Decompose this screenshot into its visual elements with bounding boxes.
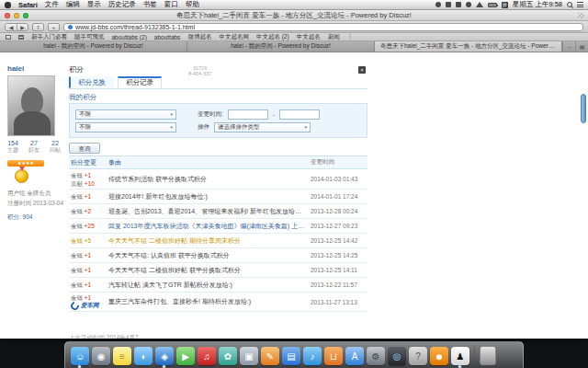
qq-icon[interactable]: ♟ [451,347,469,365]
credit-total: 积分: 904 [7,213,61,222]
change-amount: +10 [85,180,95,187]
username-link[interactable]: halei [7,64,61,73]
chevron-down-icon: ▾ [304,124,307,130]
forward-button[interactable]: ▶ [17,24,28,30]
notification-center-icon[interactable] [577,2,583,7]
bookmarks-overflow-icon[interactable]: ⋮ [347,33,354,40]
time-from-input[interactable] [228,109,268,120]
address-bar[interactable]: www.jd-bbs.com/thread-9132385-1-1.html [63,23,583,31]
table-row: 金钱 +1今天天气不错 二楼值班好帖 获平分换取式积分2013-12-25 14… [69,263,368,278]
back-button[interactable]: ◀ [6,24,17,30]
menu-item-3[interactable]: 显示 [87,0,101,9]
bookmark-item-0[interactable]: 新手入门必看 [31,33,67,41]
operation-value: 请选择操作类型 [218,123,260,132]
credit-tab-1[interactable]: 积分记录 [118,76,162,88]
scrollbar-thumb[interactable] [581,94,586,123]
safari-window: 奇思天下halei_二手闲置 爱车一族 - 地方分区_交流论坛 - Powere… [0,10,588,339]
apple-logo-icon[interactable] [5,2,11,8]
show-all-tabs-button[interactable]: ▤ [575,41,588,52]
keynote-icon[interactable]: ▤ [282,347,300,365]
itunes-icon[interactable]: ♪ [303,347,322,365]
bookmark-item-7[interactable]: 中文起名 [297,33,321,41]
user-level-stars: ★★★★ [7,160,44,167]
photos-icon[interactable]: ▣ [240,347,258,365]
facetime-icon[interactable]: ▶ [176,347,195,365]
ibooks-icon[interactable]: ⊔ [324,347,343,365]
bookmark-item-2[interactable]: abouttabs (2) [112,34,147,40]
finder-icon[interactable]: ☺ [71,347,89,365]
change-value: 金钱 +5 [71,236,104,245]
safari-icon[interactable]: ◈ [155,347,174,365]
notes-icon[interactable]: ≡ [113,347,131,365]
dashboard-icon[interactable]: ◉ [92,347,110,365]
itunes-store-icon[interactable]: ♫ [198,347,216,365]
menu-item-1[interactable]: 文件 [45,0,59,9]
menu-item-0[interactable]: Safari [18,1,38,9]
operation-select[interactable]: 请选择操作类型 ▾ [214,122,311,132]
table-row: 金钱 +1汽车转让帖 满天飞了GTR 新帖积分发放给:)2013-12-22 1… [69,278,368,293]
input-method-icon[interactable]: 拼 [502,2,508,8]
cell-reason[interactable]: 回复 2013年度汽车板块活动《天津美食地图》编(津南区美食篇) 上传发布有奖 … [106,221,309,232]
bookmark-item-4[interactable]: 微博起名 [187,33,211,41]
search-submit-button[interactable]: 查询 [69,143,100,154]
share-button[interactable]: ⇧ [32,23,44,31]
credit-tab-0[interactable]: 积分兑换 [69,76,114,88]
time-machine-icon[interactable] [435,2,441,7]
spotlight-icon[interactable] [567,2,572,7]
menu-item-4[interactable]: 历史记录 [108,0,136,9]
bookmark-item-8[interactable]: 新闻 [328,33,340,41]
bookmark-item-5[interactable]: 中文起名网 [219,33,249,41]
window-titlebar[interactable]: 奇思天下halei_二手闲置 爱车一族 - 地方分区_交流论坛 - Powere… [0,10,588,21]
zoom-window-button[interactable] [23,13,28,18]
brand-logo[interactable]: 爱车网 [71,302,104,310]
menu-item-2[interactable]: 编辑 [66,0,80,9]
display-icon[interactable] [456,2,461,7]
wifi-icon[interactable] [476,2,483,7]
change-value: 金钱 +1 [71,293,104,302]
url-text: www.jd-bbs.com/thread-9132385-1-1.html [75,24,195,30]
ad-text: 31726 8-404-337 [188,65,211,76]
user-avatar[interactable] [7,75,55,136]
pages-icon[interactable]: ✎ [261,347,279,365]
window-resize-grip[interactable] [578,13,584,18]
bookmark-item-6[interactable]: 中文起名 (2) [256,33,289,41]
time-to-input[interactable] [279,109,320,120]
appstore-icon[interactable]: A [345,347,364,365]
page-scrollbar[interactable] [581,64,587,337]
volume-icon[interactable] [466,2,471,7]
operation-label: 操作 [198,123,209,132]
browser-tab-2[interactable]: 奇思天下halei_二手闲置 爱车一族 - 地方分区_交流论坛 - Powere… [375,41,562,52]
battery-icon[interactable] [488,3,497,7]
browser-tab-1[interactable]: halei - 我的空间 - Powered by Discuz! [187,41,375,52]
menu-item-5[interactable]: 书签 [143,0,157,9]
credit-type-select[interactable]: 不限 ▾ [75,109,176,120]
bluetooth-icon[interactable] [446,2,451,7]
top-sites-icon[interactable] [18,35,24,40]
bookmark-item-1[interactable]: 随手可预览 [74,33,105,41]
bookmarks-sidebar-icon[interactable] [6,35,11,40]
tab-overflow-button[interactable]: − [562,41,575,52]
system-preferences-icon[interactable]: ⚙ [367,347,385,365]
cell-reason: 迎圣诞、告别2013、喜迎2014、管理组来发福利! 新年红包发放给每位:) [106,206,309,217]
minimize-window-button[interactable] [14,13,19,18]
cell-reason: 传统节系列活动 获平分换取式积分 [106,174,309,185]
cell-change: 金钱 +1 [69,250,106,260]
trash-icon[interactable] [480,346,496,365]
bookmark-item-3[interactable]: abouttabs [154,34,181,40]
iphoto-icon[interactable]: ✿ [219,347,237,365]
messages-icon[interactable]: ◗ [134,347,153,365]
stat-主题[interactable]: 154主题 [7,140,18,155]
menu-clock[interactable]: 星期五 上午9:58 [513,0,562,9]
close-window-button[interactable] [5,13,10,18]
stat-好友[interactable]: 27好友 [28,140,40,155]
menu-item-7[interactable]: 帮助 [186,0,199,9]
photo-booth-icon[interactable]: ◎ [388,347,406,365]
emoji-app-icon[interactable]: ☻ [430,347,448,365]
menu-item-6[interactable]: 窗口 [164,0,178,9]
ad-close-button[interactable]: × [358,66,366,74]
new-tab-button[interactable]: + [48,23,60,31]
stat-回帖[interactable]: 22回帖 [50,140,61,155]
missing-app-icon[interactable]: ? [409,347,427,365]
browser-tab-0[interactable]: halei - 我的空间 - Powered by Discuz! [0,41,187,52]
income-type-select[interactable]: 不限 ▾ [75,122,176,132]
